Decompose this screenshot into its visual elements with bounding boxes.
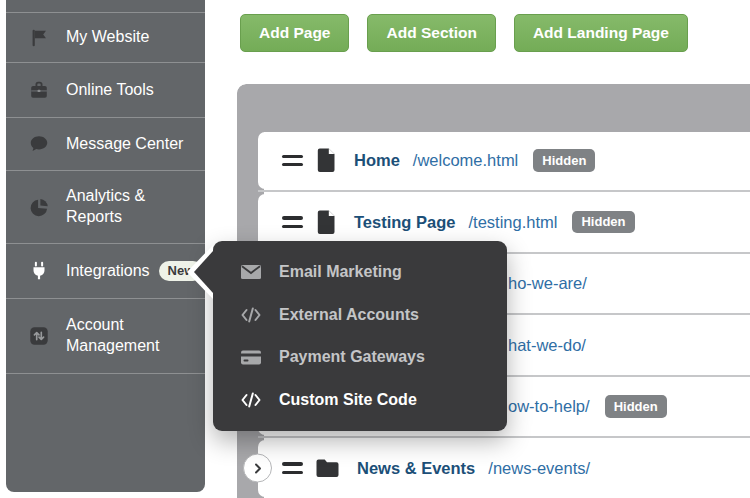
sidebar-item-label: Analytics & Reports xyxy=(66,186,192,228)
toolbox-icon xyxy=(26,79,52,101)
page-url[interactable]: hat-we-do/ xyxy=(508,336,586,355)
sidebar-item-message-center[interactable]: Message Center xyxy=(6,118,205,171)
panel-header xyxy=(237,84,750,132)
swap-arrows-icon xyxy=(26,325,52,347)
sidebar-filler xyxy=(6,374,205,492)
expand-chevron-button[interactable] xyxy=(243,454,272,483)
page-url[interactable]: /testing.html xyxy=(468,213,557,232)
folder-icon xyxy=(314,456,341,480)
sidebar-item-integrations[interactable]: Integrations New xyxy=(6,244,205,299)
table-row-news-events[interactable]: News & Events /news-events/ xyxy=(258,440,750,497)
integrations-flyout-menu: Email Marketing External Accounts Paymen… xyxy=(213,241,507,431)
sidebar-item-label: Online Tools xyxy=(66,80,154,101)
credit-card-icon xyxy=(239,349,263,366)
table-row-home[interactable]: Home /welcome.html Hidden xyxy=(258,132,750,189)
sidebar-item-online-tools[interactable]: Online Tools xyxy=(6,63,205,118)
sidebar-item-analytics-reports[interactable]: Analytics & Reports xyxy=(6,171,205,244)
page-title[interactable]: Testing Page xyxy=(354,213,455,232)
page-title[interactable]: Home xyxy=(354,151,400,170)
toolbar: Add Page Add Section Add Landing Page xyxy=(240,14,688,52)
sidebar: My Website Online Tools Message Center A… xyxy=(6,0,205,492)
page-url[interactable]: /news-events/ xyxy=(488,459,590,478)
sidebar-item-label: My Website xyxy=(66,27,149,48)
drag-handle-icon[interactable] xyxy=(282,216,303,227)
menu-item-label: Email Marketing xyxy=(279,263,402,281)
plug-icon xyxy=(26,260,52,282)
chat-bubble-icon xyxy=(26,133,52,155)
menu-item-custom-site-code[interactable]: Custom Site Code xyxy=(213,379,507,422)
flag-icon xyxy=(26,27,52,49)
add-page-button[interactable]: Add Page xyxy=(240,14,349,52)
page-file-icon xyxy=(314,147,338,174)
menu-item-email-marketing[interactable]: Email Marketing xyxy=(213,251,507,294)
sidebar-item-label: Message Center xyxy=(66,134,183,155)
menu-item-label: External Accounts xyxy=(279,306,419,324)
hidden-status-badge: Hidden xyxy=(572,211,634,234)
page-file-icon xyxy=(314,209,338,236)
menu-item-external-accounts[interactable]: External Accounts xyxy=(213,294,507,337)
sidebar-item-label: Integrations xyxy=(66,261,150,282)
drag-handle-icon[interactable] xyxy=(282,155,303,166)
page-url[interactable]: /welcome.html xyxy=(413,151,518,170)
code-icon xyxy=(239,305,263,325)
sidebar-item-my-website[interactable]: My Website xyxy=(6,13,205,63)
add-landing-page-button[interactable]: Add Landing Page xyxy=(514,14,688,52)
page-manager-screen: My Website Online Tools Message Center A… xyxy=(0,0,750,498)
menu-item-label: Payment Gateways xyxy=(279,348,425,366)
add-section-button[interactable]: Add Section xyxy=(367,14,495,52)
page-title[interactable]: News & Events xyxy=(357,459,475,478)
code-icon xyxy=(239,390,263,410)
envelope-icon xyxy=(239,263,263,281)
sidebar-item-account-management[interactable]: Account Management xyxy=(6,299,205,374)
menu-item-label: Custom Site Code xyxy=(279,391,417,409)
sidebar-item-label: Account Management xyxy=(66,315,192,357)
sidebar-item-partial xyxy=(6,0,205,13)
page-url[interactable]: ho-we-are/ xyxy=(508,274,587,293)
drag-handle-icon[interactable] xyxy=(282,462,303,473)
page-url[interactable]: ow-to-help/ xyxy=(508,397,590,416)
hidden-status-badge: Hidden xyxy=(605,395,667,418)
menu-item-payment-gateways[interactable]: Payment Gateways xyxy=(213,336,507,379)
pie-chart-icon xyxy=(26,196,52,218)
hidden-status-badge: Hidden xyxy=(533,149,595,172)
